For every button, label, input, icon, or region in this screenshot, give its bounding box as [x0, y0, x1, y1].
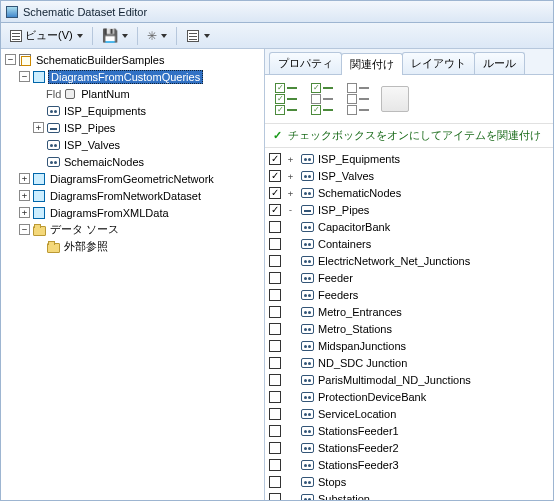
checkbox[interactable] [269, 272, 281, 284]
point-feature-icon [300, 424, 314, 438]
checkbox[interactable] [269, 391, 281, 403]
checkbox[interactable] [269, 357, 281, 369]
list-item[interactable]: -ISP_Pipes [269, 201, 549, 218]
tree-toggle[interactable]: − [19, 224, 30, 235]
list-item[interactable]: +ND_SDC Junction [269, 354, 549, 371]
list-item[interactable]: +ISP_Valves [269, 167, 549, 184]
list-item[interactable]: +Containers [269, 235, 549, 252]
tab-layout[interactable]: レイアウト [402, 52, 475, 74]
expand-toggle[interactable]: + [285, 154, 296, 164]
associate-button[interactable]: ✳ [143, 26, 171, 46]
tree-node-geometric-network[interactable]: DiagramsFromGeometricNetwork [48, 173, 216, 185]
tree-toggle[interactable]: + [33, 122, 44, 133]
point-feature-icon [300, 152, 314, 166]
expand-toggle[interactable]: + [285, 171, 296, 181]
tree-toggle[interactable]: − [19, 71, 30, 82]
check-some-button[interactable] [309, 81, 335, 117]
list-item[interactable]: +Feeders [269, 286, 549, 303]
list-item[interactable]: +Feeder [269, 269, 549, 286]
list-item[interactable]: +StationsFeeder3 [269, 456, 549, 473]
tab-associations[interactable]: 関連付け [341, 53, 403, 75]
list-item[interactable]: +StationsFeeder2 [269, 439, 549, 456]
save-button[interactable]: 💾 [98, 26, 132, 46]
list-item[interactable]: +StationsFeeder1 [269, 422, 549, 439]
copy-button[interactable] [381, 86, 409, 112]
checkbox[interactable] [269, 340, 281, 352]
list-item-label: CapacitorBank [318, 221, 390, 233]
list-item[interactable]: +ServiceLocation [269, 405, 549, 422]
checkbox[interactable] [269, 459, 281, 471]
tree-toggle[interactable]: + [19, 190, 30, 201]
nav-tree[interactable]: − SchematicBuilderSamples − DiagramsFrom… [1, 49, 265, 500]
feature-class-icon [46, 138, 60, 152]
check-all-button[interactable] [273, 81, 299, 117]
tree-options-button[interactable] [182, 26, 214, 46]
checkbox[interactable] [269, 408, 281, 420]
checkbox[interactable] [269, 187, 281, 199]
checkbox[interactable] [269, 425, 281, 437]
feature-class-icon [46, 155, 60, 169]
tree-node-root[interactable]: SchematicBuilderSamples [34, 54, 166, 66]
tree-node-isp-equipments[interactable]: ISP_Equipments [62, 105, 148, 117]
checkbox[interactable] [269, 204, 281, 216]
point-feature-icon [300, 356, 314, 370]
point-feature-icon [300, 288, 314, 302]
tree-node-xml-data[interactable]: DiagramsFromXMLData [48, 207, 171, 219]
uncheck-all-button[interactable] [345, 81, 371, 117]
list-item-label: SchematicNodes [318, 187, 401, 199]
checkbox[interactable] [269, 442, 281, 454]
toolbar-separator [137, 27, 138, 45]
checkbox[interactable] [269, 374, 281, 386]
sparkle-icon: ✳ [147, 29, 157, 43]
checkbox[interactable] [269, 289, 281, 301]
tree-toggle[interactable]: + [19, 173, 30, 184]
checkbox[interactable] [269, 306, 281, 318]
tab-rules[interactable]: ルール [474, 52, 525, 74]
list-item[interactable]: +ProtectionDeviceBank [269, 388, 549, 405]
tree-node-network-dataset[interactable]: DiagramsFromNetworkDataset [48, 190, 203, 202]
expand-toggle[interactable]: - [285, 205, 296, 215]
tree-node-isp-valves[interactable]: ISP_Valves [62, 139, 122, 151]
point-feature-icon [300, 237, 314, 251]
point-feature-icon [300, 492, 314, 501]
tree-node-plantnum[interactable]: PlantNum [79, 88, 131, 100]
main-toolbar: ビュー(V) 💾 ✳ [1, 23, 553, 49]
tree-node-isp-pipes[interactable]: ISP_Pipes [62, 122, 117, 134]
list-item[interactable]: +SchematicNodes [269, 184, 549, 201]
checkbox[interactable] [269, 493, 281, 501]
checkbox[interactable] [269, 221, 281, 233]
tree-node-custom-queries[interactable]: DiagramsFromCustomQueries [48, 70, 203, 84]
list-item[interactable]: +ParisMultimodal_ND_Junctions [269, 371, 549, 388]
expand-toggle[interactable]: + [285, 188, 296, 198]
list-item[interactable]: +Stops [269, 473, 549, 490]
checkbox[interactable] [269, 323, 281, 335]
point-feature-icon [300, 373, 314, 387]
tree-node-external-ref[interactable]: 外部参照 [62, 239, 110, 254]
tree-node-schematic-nodes[interactable]: SchemaicNodes [62, 156, 146, 168]
point-feature-icon [300, 322, 314, 336]
list-item[interactable]: +MidspanJunctions [269, 337, 549, 354]
tree-node-data-source[interactable]: データ ソース [48, 222, 121, 237]
list-item-label: Feeder [318, 272, 353, 284]
checkbox[interactable] [269, 476, 281, 488]
list-item[interactable]: +Metro_Entrances [269, 303, 549, 320]
hint-text: チェックボックスをオンにしてアイテムを関連付け [288, 128, 541, 143]
tree-toggle[interactable]: + [19, 207, 30, 218]
tab-properties[interactable]: プロパティ [269, 52, 342, 74]
list-item[interactable]: +ElectricNetwork_Net_Junctions [269, 252, 549, 269]
tree-toggle[interactable]: − [5, 54, 16, 65]
checkbox[interactable] [269, 255, 281, 267]
list-item[interactable]: +ISP_Equipments [269, 150, 549, 167]
list-item[interactable]: +Substation [269, 490, 549, 500]
list-item-label: ElectricNetwork_Net_Junctions [318, 255, 470, 267]
point-feature-icon [300, 475, 314, 489]
association-list[interactable]: +ISP_Equipments+ISP_Valves+SchematicNode… [265, 148, 553, 500]
list-item[interactable]: +Metro_Stations [269, 320, 549, 337]
checkbox[interactable] [269, 170, 281, 182]
dataset-icon [18, 53, 32, 67]
checkbox[interactable] [269, 238, 281, 250]
view-menu[interactable]: ビュー(V) [5, 26, 87, 46]
list-item-label: Metro_Stations [318, 323, 392, 335]
checkbox[interactable] [269, 153, 281, 165]
list-item[interactable]: +CapacitorBank [269, 218, 549, 235]
